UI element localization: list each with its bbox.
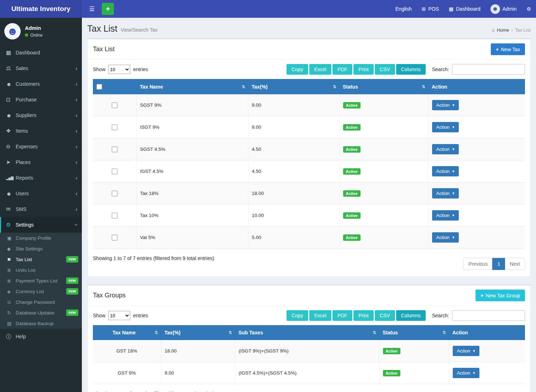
row-checkbox[interactable] — [112, 125, 117, 130]
action-dropdown-button[interactable]: Action▾ — [432, 232, 459, 243]
column-header-status[interactable]: Status⇅ — [379, 325, 449, 340]
settings-menu[interactable]: ⚙ — [521, 0, 536, 18]
breadcrumb-home[interactable]: Home — [497, 27, 509, 33]
csv-button[interactable]: CSV — [375, 310, 395, 321]
page-length-select[interactable]: 10 — [108, 311, 130, 320]
column-header-label: Tax Name — [112, 330, 136, 335]
row-checkbox[interactable] — [112, 169, 117, 174]
sidebar-item-reports[interactable]: ▂▅▇ Reports ‹ — [0, 170, 82, 186]
sidebar-item-label: Users — [16, 191, 29, 196]
breadcrumb: ⌂ Home › Tax List — [492, 27, 531, 33]
new-tax-button-label: New Tax — [501, 47, 520, 52]
column-header-label: Status — [383, 330, 398, 335]
action-dropdown-button[interactable]: Action▾ — [432, 144, 459, 154]
new-tax-group-button[interactable]: + New Tax Group — [475, 290, 525, 301]
sidebar-item-units-list[interactable]: ≣ Units List — [0, 265, 82, 275]
sort-icon: ⇅ — [373, 330, 376, 335]
column-header-tax-name[interactable]: Tax Name⇅ — [93, 325, 161, 340]
status-badge: Active — [383, 370, 400, 376]
sidebar-item-purchase[interactable]: ⊡ Purchase ‹ — [0, 92, 82, 107]
tax-percent-cell: 9.00 — [161, 362, 235, 384]
search-input[interactable] — [452, 64, 525, 75]
sidebar-item-database-updater[interactable]: ↻ Database Updater new — [0, 307, 82, 318]
quick-add-button[interactable]: + — [102, 3, 114, 15]
sidebar-user-panel: ☻ Admin Online — [0, 18, 82, 45]
select-all-checkbox[interactable] — [96, 84, 102, 90]
sidebar-item-help[interactable]: ⓘ Help — [0, 329, 82, 344]
row-checkbox[interactable] — [112, 235, 117, 240]
sidebar-item-label: Database Backup — [16, 321, 54, 326]
column-header-status[interactable]: Status⇅ — [339, 79, 428, 94]
sidebar-item-expenses[interactable]: ⊖ Expenses ‹ — [0, 139, 82, 154]
language-menu[interactable]: English — [390, 0, 417, 18]
action-dropdown-button[interactable]: Action▾ — [432, 166, 459, 176]
page-length-select[interactable]: 10 — [108, 65, 130, 74]
sidebar-item-tax-list[interactable]: ✖ Tax List new — [0, 254, 82, 265]
print-button[interactable]: Print — [353, 64, 374, 75]
column-header-label: Tax(%) — [252, 84, 268, 90]
sidebar-toggle-button[interactable]: ☰ — [85, 0, 98, 18]
sidebar-item-company-profile[interactable]: ▣ Company Profile — [0, 233, 82, 243]
copy-button[interactable]: Copy — [287, 310, 308, 321]
csv-button[interactable]: CSV — [375, 64, 395, 75]
sidebar-item-places[interactable]: ➤ Places ‹ — [0, 154, 82, 170]
person-icon: ☻ — [7, 25, 18, 37]
tax-groups-table: Tax Name⇅ Tax(%)⇅ Sub Taxes⇅ Status⇅ Act… — [93, 325, 525, 384]
sidebar-item-database-backup[interactable]: ▤ Database Backup — [0, 318, 82, 329]
sidebar-item-users[interactable]: ☻ Users ‹ — [0, 186, 82, 201]
action-dropdown-button[interactable]: Action▾ — [432, 210, 459, 221]
action-label: Action — [436, 102, 450, 108]
action-dropdown-button[interactable]: Action▾ — [453, 368, 479, 378]
table-row: GST 18% 18.00 (ISGT 9%)+(SGST 9%) Active… — [93, 340, 525, 362]
pdf-button[interactable]: PDF — [332, 64, 352, 75]
copy-button[interactable]: Copy — [287, 64, 308, 75]
search-input[interactable] — [452, 310, 525, 321]
row-checkbox[interactable] — [112, 191, 117, 196]
column-header-tax-name[interactable]: Tax Name⇅ — [136, 79, 248, 94]
sidebar-item-sms[interactable]: ✉ SMS ‹ — [0, 201, 82, 217]
sidebar-item-dashboard[interactable]: ▦ Dashboard — [0, 45, 82, 60]
print-button[interactable]: Print — [353, 310, 374, 321]
action-dropdown-button[interactable]: Action▾ — [432, 100, 459, 110]
tax-groups-box-title: Tax Groups — [93, 292, 126, 299]
column-header-sub-taxes[interactable]: Sub Taxes⇅ — [235, 325, 379, 340]
dashboard-link[interactable]: ▦ Dashboard — [444, 0, 485, 18]
user-menu[interactable]: ☻ Admin — [485, 0, 522, 18]
pdf-button[interactable]: PDF — [332, 310, 352, 321]
row-checkbox[interactable] — [112, 147, 117, 152]
pagination-previous[interactable]: Previous — [463, 258, 493, 270]
excel-button[interactable]: Excel — [309, 64, 331, 75]
column-header-tax-percent[interactable]: Tax(%)⇅ — [248, 79, 339, 94]
sidebar-item-payment-types-list[interactable]: ≣ Payment Types List new — [0, 275, 82, 286]
action-dropdown-button[interactable]: Action▾ — [432, 188, 459, 198]
action-dropdown-button[interactable]: Action▾ — [432, 122, 459, 132]
sidebar-item-change-password[interactable]: ⊙ Change Password — [0, 297, 82, 307]
column-header-tax-percent[interactable]: Tax(%)⇅ — [161, 325, 235, 340]
sub-taxes-cell: (ISGT 9%)+(SGST 9%) — [235, 340, 379, 362]
excel-button[interactable]: Excel — [309, 310, 331, 321]
sidebar-item-items[interactable]: ❖ Items ‹ — [0, 123, 82, 139]
tax-groups-footer: Showing 1 to 2 of 2 entries (filtered fr… — [88, 384, 530, 392]
action-label: Action — [436, 191, 450, 196]
column-header-label: Action — [432, 84, 447, 90]
sidebar-item-currency-list[interactable]: ◈ Currency List new — [0, 286, 82, 297]
columns-button[interactable]: Columns — [396, 310, 426, 321]
columns-button[interactable]: Columns — [396, 64, 426, 75]
company-profile-icon: ▣ — [7, 235, 16, 241]
new-tax-button[interactable]: + New Tax — [491, 43, 525, 55]
row-checkbox[interactable] — [112, 213, 117, 218]
sidebar-item-customers[interactable]: ☻ Customers ‹ — [0, 76, 82, 92]
app-brand[interactable]: Ultimate Inventory — [0, 0, 82, 18]
sidebar-item-site-settings[interactable]: ◆ Site Settings — [0, 243, 82, 254]
pagination-next[interactable]: Next — [505, 258, 525, 270]
row-checkbox[interactable] — [112, 102, 117, 108]
action-dropdown-button[interactable]: Action▾ — [453, 346, 479, 356]
pagination-page-1[interactable]: 1 — [492, 258, 505, 270]
settings-submenu: ▣ Company Profile ◆ Site Settings ✖ Tax … — [0, 233, 82, 329]
pos-link[interactable]: ⊞ POS — [417, 0, 444, 18]
sidebar-item-settings[interactable]: ⚙ Settings › — [0, 217, 82, 233]
sidebar-item-sales[interactable]: ⚖ Sales ‹ — [0, 60, 82, 76]
sidebar-item-label: Dashboard — [16, 50, 40, 55]
tax-name-cell: GST 9% — [93, 362, 161, 384]
sidebar-item-suppliers[interactable]: ☻ Suppliers ‹ — [0, 107, 82, 123]
